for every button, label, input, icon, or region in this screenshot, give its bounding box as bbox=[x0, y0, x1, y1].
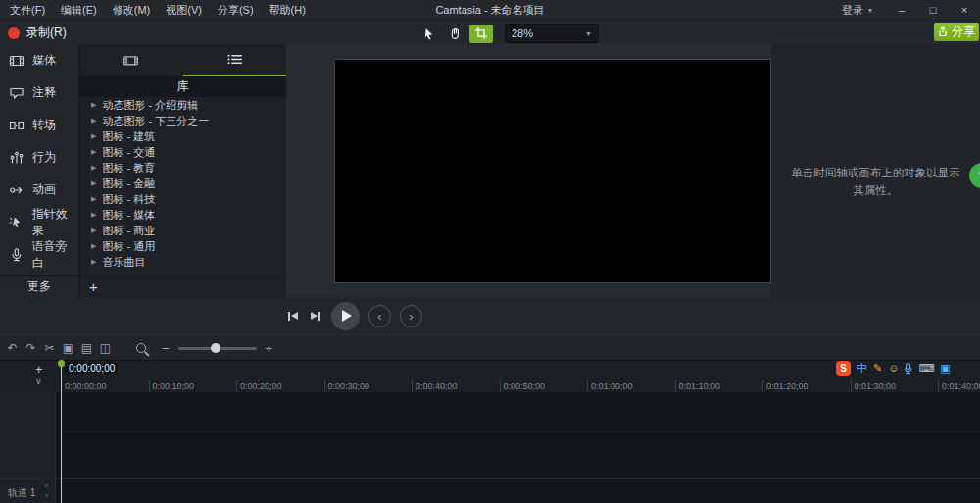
select-tool-button[interactable] bbox=[416, 25, 440, 43]
library-item[interactable]: ▶ 动态图形 - 下三分之一 bbox=[79, 113, 286, 128]
next-frame-button[interactable] bbox=[309, 308, 322, 325]
media-icon bbox=[9, 53, 24, 69]
minimize-button[interactable]: – bbox=[886, 0, 917, 20]
library-item[interactable]: ▶ 图标 - 建筑 bbox=[79, 128, 286, 144]
sidebar-item-media[interactable]: 媒体 bbox=[0, 44, 78, 76]
properties-panel: 单击时间轴或画布上的对象以显示其属性。 bbox=[771, 44, 980, 297]
track-visibility-icon[interactable]: ∘ bbox=[44, 492, 49, 500]
ime-pen-icon[interactable]: ✎ bbox=[873, 363, 882, 374]
library-item-label: 图标 - 金融 bbox=[102, 176, 155, 191]
sidebar-item-callouts[interactable]: 注释 bbox=[0, 76, 78, 109]
menu-item[interactable]: 文件(F) bbox=[2, 0, 53, 20]
disclosure-icon[interactable]: ▶ bbox=[91, 242, 96, 250]
ime-emoji-icon[interactable]: ☺ bbox=[888, 363, 899, 374]
copy-button[interactable]: ▣ bbox=[59, 335, 77, 361]
sidebar-more-button[interactable]: 更多 bbox=[0, 275, 78, 297]
menu-item[interactable]: 分享(S) bbox=[210, 0, 262, 20]
add-button[interactable]: + bbox=[89, 279, 98, 294]
pan-tool-button[interactable] bbox=[443, 25, 466, 43]
previous-frame-button[interactable] bbox=[286, 308, 300, 325]
paste-button[interactable]: ▤ bbox=[77, 335, 96, 361]
tab-media-bin[interactable] bbox=[79, 44, 183, 76]
zoom-in-button[interactable]: + bbox=[266, 342, 273, 355]
library-item[interactable]: ▶ 图标 - 媒体 bbox=[79, 207, 286, 223]
sidebar-item-behaviors[interactable]: 行为 bbox=[0, 141, 78, 174]
library-item[interactable]: ▶ 图标 - 科技 bbox=[79, 191, 286, 207]
zoom-out-button[interactable]: − bbox=[162, 342, 170, 355]
library-item[interactable]: ▶ 音乐曲目 bbox=[79, 254, 286, 270]
menu-item[interactable]: 修改(M) bbox=[105, 0, 159, 20]
maximize-button[interactable]: □ bbox=[917, 0, 949, 20]
split-button[interactable]: ◫ bbox=[96, 335, 115, 361]
ime-toolbox-icon[interactable]: ▣ bbox=[940, 363, 950, 374]
undo-button[interactable]: ↶ bbox=[3, 335, 22, 361]
share-button[interactable]: 分享 bbox=[934, 23, 979, 41]
menu-list: 文件(F)编辑(E)修改(M)视图(V)分享(S)帮助(H) bbox=[2, 0, 314, 20]
menu-item[interactable]: 视图(V) bbox=[158, 0, 210, 20]
track-label: 轨道 1 bbox=[8, 486, 35, 500]
disclosure-icon[interactable]: ▶ bbox=[91, 211, 96, 219]
redo-button[interactable]: ↷ bbox=[22, 335, 40, 361]
menu-item[interactable]: 编辑(E) bbox=[53, 0, 105, 20]
library-item[interactable]: ▶ 图标 - 商业 bbox=[79, 223, 286, 238]
timeline-ruler[interactable]: + ∨ 0:00:00;00 0:00:00;000:00:10;000:00:… bbox=[0, 360, 980, 393]
ime-mode-button[interactable]: 中 bbox=[857, 363, 867, 374]
library-item[interactable]: ▶ 图标 - 通用 bbox=[79, 238, 286, 254]
step-back-icon bbox=[291, 312, 298, 320]
library-item[interactable]: ▶ 图标 - 教育 bbox=[79, 160, 286, 176]
disclosure-icon[interactable]: ▶ bbox=[91, 148, 96, 156]
disclosure-icon[interactable]: ▶ bbox=[91, 179, 96, 187]
jump-back-button[interactable]: ‹ bbox=[368, 305, 391, 327]
ime-microphone-icon[interactable] bbox=[905, 363, 912, 375]
library-item[interactable]: ▶ 动态图形 - 介绍剪辑 bbox=[79, 97, 286, 113]
timeline-toolbar: ↶ ↷ ✂ ▣ ▤ ◫ − + bbox=[0, 334, 980, 361]
sidebar-item-voice-narration[interactable]: 语音旁白 bbox=[0, 238, 78, 271]
editor-stage bbox=[286, 44, 771, 297]
disclosure-icon[interactable]: ▶ bbox=[91, 164, 96, 172]
step-forward-icon bbox=[311, 312, 318, 320]
library-item[interactable]: ▶ 图标 - 交通 bbox=[79, 144, 286, 160]
zoom-slider-handle[interactable] bbox=[211, 343, 220, 353]
playhead-handle[interactable] bbox=[58, 360, 65, 367]
login-button[interactable]: 登录 ▾ bbox=[828, 3, 886, 18]
library-item[interactable]: ▶ 图标 - 金融 bbox=[79, 176, 286, 191]
library-item-label: 图标 - 建筑 bbox=[102, 129, 155, 144]
zoom-level-select[interactable]: 28% ▼ bbox=[505, 24, 599, 43]
cut-button[interactable]: ✂ bbox=[40, 335, 59, 361]
tab-library[interactable] bbox=[183, 44, 287, 76]
sidebar-item-transitions[interactable]: 转场 bbox=[0, 109, 78, 141]
disclosure-icon[interactable]: ▶ bbox=[91, 195, 96, 203]
menu-item[interactable]: 帮助(H) bbox=[262, 0, 314, 20]
timeline-zoom-button[interactable] bbox=[131, 343, 150, 353]
disclosure-icon[interactable]: ▶ bbox=[91, 132, 96, 140]
crop-tool-button[interactable] bbox=[469, 25, 493, 43]
close-button[interactable]: × bbox=[949, 0, 980, 20]
library-footer: + bbox=[79, 276, 286, 297]
playhead-time-label: 0:00:00;00 bbox=[66, 363, 118, 374]
playhead-line[interactable] bbox=[61, 360, 62, 503]
library-panel: 库 ▶ 动态图形 - 介绍剪辑 ▶ 动态图形 - 下三分之一 ▶ 图标 - 建筑… bbox=[78, 44, 287, 297]
track-separator bbox=[0, 478, 980, 479]
disclosure-icon[interactable]: ▶ bbox=[91, 117, 96, 125]
preview-canvas[interactable] bbox=[334, 59, 771, 283]
animations-icon bbox=[9, 182, 24, 198]
disclosure-icon[interactable]: ▶ bbox=[91, 101, 96, 109]
speech-bubble-icon bbox=[9, 85, 24, 101]
add-track-button[interactable]: + bbox=[35, 363, 43, 376]
zoom-slider-track[interactable] bbox=[178, 347, 257, 350]
disclosure-icon[interactable]: ▶ bbox=[91, 226, 96, 234]
jump-forward-button[interactable]: › bbox=[400, 305, 422, 327]
timeline-tracks[interactable]: 轨道 1 ∘ ∘ bbox=[0, 392, 980, 503]
collapse-tracks-button[interactable]: ∨ bbox=[35, 377, 42, 386]
track-lock-icon[interactable]: ∘ bbox=[44, 482, 49, 490]
transitions-icon bbox=[9, 118, 24, 133]
sogou-logo-icon[interactable]: S bbox=[836, 361, 851, 376]
sidebar-item-cursor-effects[interactable]: 指针效果 bbox=[0, 206, 78, 238]
play-button[interactable] bbox=[331, 302, 360, 330]
record-button[interactable]: 录制(R) bbox=[8, 25, 67, 41]
canvas-tools: 28% ▼ bbox=[416, 24, 599, 43]
disclosure-icon[interactable]: ▶ bbox=[91, 258, 96, 266]
sidebar-item-animations[interactable]: 动画 bbox=[0, 174, 78, 206]
ime-keyboard-icon[interactable]: ⌨ bbox=[918, 363, 934, 374]
library-item-label: 图标 - 教育 bbox=[102, 161, 155, 176]
